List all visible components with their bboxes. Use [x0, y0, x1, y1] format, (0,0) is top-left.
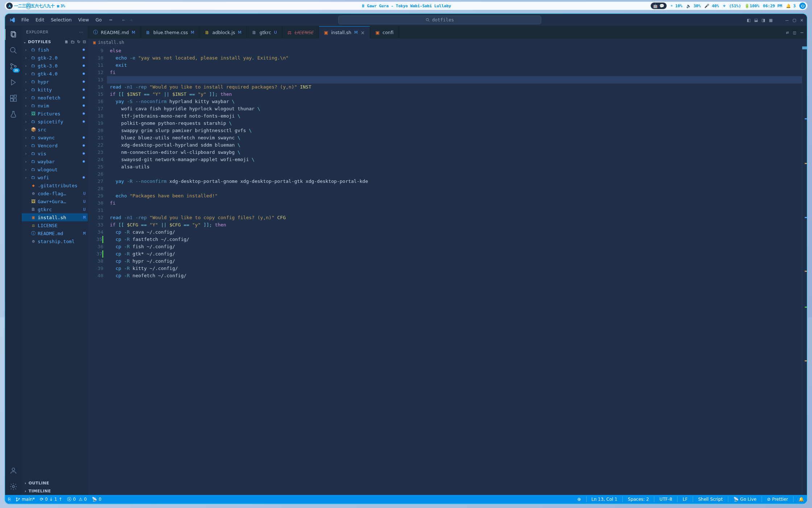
code-line[interactable]: yay -R --noconfirm xdg-desktop-portal-gn…: [107, 178, 508, 185]
code-line[interactable]: swayosd-git network-manager-applet wofi-…: [107, 156, 508, 163]
tree-folder-Pictures[interactable]: › 🖼 Pictures: [22, 110, 88, 118]
activity-run[interactable]: [9, 78, 18, 87]
refresh-button[interactable]: ↻: [77, 40, 81, 44]
activity-testing[interactable]: [9, 110, 18, 119]
tree-folder-gtk-3.0[interactable]: › 🗀 gtk-3.0: [22, 62, 88, 70]
tree-file-install-sh[interactable]: ▣ install.sh M: [22, 213, 88, 221]
menu-edit[interactable]: Edit: [32, 16, 47, 24]
code-line[interactable]: cp -R fastfetch ~/.config/: [107, 236, 508, 243]
code-line[interactable]: cp -R gtk* ~/.config/: [107, 250, 508, 258]
code-line[interactable]: alsa-utils: [107, 163, 508, 171]
line-number[interactable]: 39: [88, 265, 103, 272]
line-number[interactable]: 35: [88, 236, 103, 243]
arch-logo-icon[interactable]: [6, 3, 13, 9]
line-number[interactable]: 29: [88, 192, 103, 200]
line-number[interactable]: 19: [88, 120, 103, 127]
code-line[interactable]: cp -R neofetch ~/.config/: [107, 272, 508, 279]
menu-selection[interactable]: Selection: [47, 16, 75, 24]
code-line[interactable]: echo -e "yay was not located, please ins…: [107, 54, 508, 62]
tree-folder-wofi[interactable]: › 🗀 wofi: [22, 173, 88, 181]
tree-folder-hypr[interactable]: › 🗀 hypr: [22, 78, 88, 86]
tab-gtkrc[interactable]: 🗎 gtkrc U: [247, 26, 282, 38]
line-number[interactable]: 23: [88, 149, 103, 156]
line-number[interactable]: 25: [88, 163, 103, 171]
line-number[interactable]: 36: [88, 243, 103, 250]
code-line[interactable]: cp -R cava ~/.config/: [107, 229, 508, 236]
menu-overflow-button[interactable]: ⋯: [107, 16, 115, 24]
tab-install-sh[interactable]: ▣ install.sh M ×: [319, 26, 370, 38]
collapse-all-button[interactable]: ⊟: [83, 40, 86, 44]
line-number[interactable]: 20: [88, 127, 103, 134]
tree-folder-swaync[interactable]: › 🗀 swaync: [22, 134, 88, 142]
tab-close-button[interactable]: ×: [361, 30, 365, 36]
line-number[interactable]: 22: [88, 142, 103, 149]
menu-file[interactable]: File: [18, 16, 32, 24]
breadcrumb[interactable]: ▣ install.sh: [88, 38, 508, 46]
tree-file-README-md[interactable]: ⓘ README.md M: [22, 229, 88, 237]
line-number[interactable]: 38: [88, 258, 103, 265]
line-number[interactable]: 37: [88, 250, 103, 258]
workspace-9[interactable]: 九: [47, 3, 51, 9]
code-line[interactable]: cp -R fish ~/.config/: [107, 243, 508, 250]
line-number[interactable]: 24: [88, 156, 103, 163]
line-number[interactable]: 28: [88, 185, 103, 192]
tree-folder-waybar[interactable]: › 🗀 waybar: [22, 157, 88, 165]
menu-go[interactable]: Go: [92, 16, 105, 24]
media-now-playing[interactable]: ⏸ Gawr Gura - Tokyo Wabi-Sabi Lullaby: [361, 4, 451, 8]
file-tree[interactable]: › 🗀 fish › 🗀 gtk-2.0 › 🗀 gtk-3.0 › 🗀 gtk…: [22, 46, 88, 318]
tab-README-md[interactable]: ⓘ README.md M: [88, 26, 141, 38]
tree-file-LICENSE[interactable]: ⚖ LICENSE: [22, 221, 88, 229]
workspace-3[interactable]: 三: [22, 3, 26, 9]
tree-file-code-flag-[interactable]: ⚙ code-flag… U: [22, 189, 88, 197]
nav-back-button[interactable]: ←: [123, 17, 125, 22]
line-number[interactable]: 26: [88, 171, 103, 178]
workspace-8[interactable]: 八: [43, 3, 47, 9]
tree-folder-neofetch[interactable]: › 🗀 neofetch: [22, 94, 88, 102]
code-line[interactable]: wofi cava fish hypridle hyprlock wlogout…: [107, 105, 508, 112]
workspace-5[interactable]: 五: [31, 3, 35, 9]
new-folder-button[interactable]: 🗀: [71, 40, 75, 44]
tree-folder-vis[interactable]: › 🗀 vis: [22, 149, 88, 157]
nav-forward-button[interactable]: →: [129, 17, 132, 22]
code-line[interactable]: read -n1 -rep "Would you like to copy co…: [107, 214, 508, 221]
line-number[interactable]: 14: [88, 83, 103, 91]
workspace-2[interactable]: 二: [18, 3, 22, 9]
code-line[interactable]: fi: [107, 200, 508, 207]
tab-confi[interactable]: ▣ confi: [370, 26, 399, 38]
activity-search[interactable]: [9, 46, 18, 55]
tab-adblock-js[interactable]: 🗎 adblock.js M: [200, 26, 247, 38]
line-number[interactable]: 32: [88, 214, 103, 221]
line-gutter[interactable]: 9101112131415161718192021222324252627282…: [88, 46, 107, 318]
tree-file-gtkrc[interactable]: 🗎 gtkrc U: [22, 205, 88, 213]
tree-folder-nvim[interactable]: › 🗀 nvim: [22, 102, 88, 110]
tree-file-Gawr-Gura-[interactable]: 🖼 Gawr+Gura… U: [22, 197, 88, 205]
sidebar-more-button[interactable]: ⋯: [79, 30, 84, 34]
tree-file--gitattributes[interactable]: ◆ .gitattributes: [22, 181, 88, 189]
code-line[interactable]: exit: [107, 62, 508, 69]
code-line[interactable]: [107, 207, 508, 214]
code-line[interactable]: [107, 185, 508, 192]
activity-extensions[interactable]: [9, 94, 18, 103]
tree-folder-wlogout[interactable]: › 🗀 wlogout: [22, 165, 88, 173]
workspace-1[interactable]: 一: [14, 3, 18, 9]
tree-folder-spicetify[interactable]: › 🗀 spicetify: [22, 118, 88, 126]
line-number[interactable]: 18: [88, 112, 103, 120]
tree-folder-kitty[interactable]: › 🗀 kitty: [22, 86, 88, 94]
line-number[interactable]: 17: [88, 105, 103, 112]
tab-blue-theme-css[interactable]: 🗎 blue.theme.css M: [141, 26, 200, 38]
workspace-7[interactable]: 七: [39, 3, 43, 9]
code-line[interactable]: fi: [107, 69, 508, 76]
code-line[interactable]: else: [107, 47, 508, 54]
line-number[interactable]: 30: [88, 200, 103, 207]
tree-folder-fish[interactable]: › 🗀 fish: [22, 46, 88, 54]
tree-folder-Vencord[interactable]: › 🗀 Vencord: [22, 142, 88, 149]
activity-scm[interactable]: 25: [9, 62, 18, 71]
line-number[interactable]: 34: [88, 229, 103, 236]
code-line[interactable]: swappy grim slurp pamixer brightnessctl …: [107, 127, 508, 134]
line-number[interactable]: 12: [88, 69, 103, 76]
tree-folder-gtk-2.0[interactable]: › 🗀 gtk-2.0: [22, 54, 88, 62]
code-line[interactable]: if [[ $INST == "Y" || $INST == "y" ]]; t…: [107, 91, 508, 98]
tree-folder-gtk-4.0[interactable]: › 🗀 gtk-4.0: [22, 70, 88, 78]
folder-section-header[interactable]: ⌄ DOTFILES 🗎 🗀 ↻ ⊟: [22, 38, 88, 46]
code-line[interactable]: polkit-gnome python-requests starship \: [107, 120, 508, 127]
